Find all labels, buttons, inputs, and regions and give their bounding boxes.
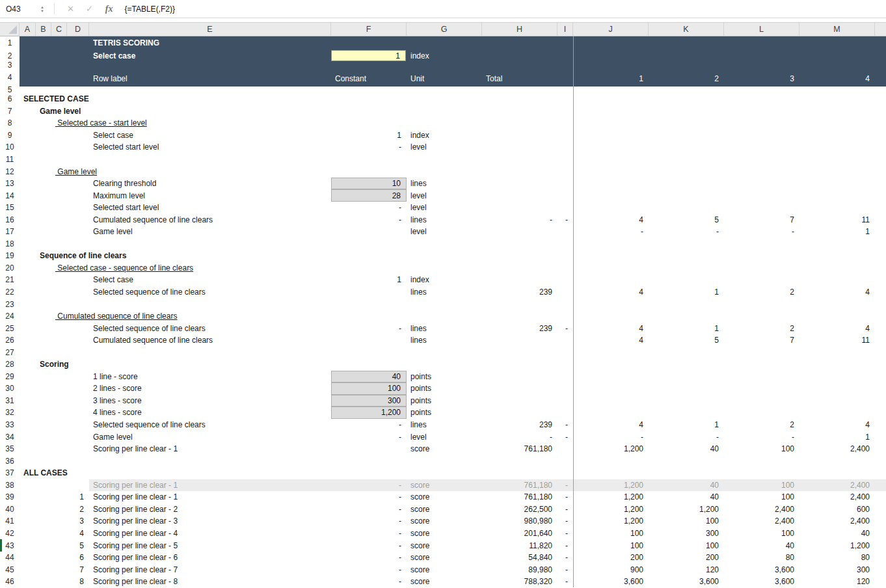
row-header-21[interactable]: 21 [0,274,20,286]
cell-B28[interactable]: Scoring [40,358,69,371]
select-all-corner[interactable] [0,23,20,36]
cell-G25[interactable]: lines [410,322,427,334]
col-header-D[interactable]: D [67,23,89,36]
col-header-F[interactable]: F [331,23,407,36]
cell-A37[interactable]: ALL CASES [23,467,68,479]
cell-L34[interactable]: - [724,431,794,443]
cell-J38[interactable]: 1,200 [573,479,643,492]
row-header-34[interactable]: 34 [0,431,20,443]
cell-E34[interactable]: Game level [93,431,133,443]
col-header-J[interactable]: J [573,23,649,36]
row-header-40[interactable]: 40 [0,503,20,516]
cell-J44[interactable]: 200 [573,552,643,564]
cell-G32[interactable]: points [410,407,431,419]
cell-K34[interactable]: - [649,431,719,443]
formula-input[interactable]: {=TABLE(,F2)} [124,5,174,14]
row-header-37[interactable]: 37 [0,467,20,479]
cell-G30[interactable]: points [410,382,431,395]
cell-G46[interactable]: score [410,576,429,588]
cell-I16[interactable]: - [557,213,568,226]
cell-L33[interactable]: 2 [724,419,794,431]
row-header-5[interactable]: 5 [0,87,20,93]
cell-E40[interactable]: Scoring per line clear - 2 [93,503,178,516]
cell-C8[interactable]: Selected case - start level [55,117,147,129]
cell-C12[interactable]: Game level [55,165,97,178]
row-header-24[interactable]: 24 [0,310,20,323]
name-box-stepper[interactable]: ▲ ▼ [37,5,47,13]
cell-G45[interactable]: score [410,563,429,576]
cell-F41[interactable]: - [331,515,401,528]
cell-F33[interactable]: - [331,419,401,431]
cell-L22[interactable]: 2 [724,286,794,299]
cell-F34[interactable]: - [331,431,401,443]
cell-G10[interactable]: level [410,141,427,154]
cell-H39[interactable]: 761,180 [482,491,552,503]
row-header-28[interactable]: 28 [0,358,20,371]
cell-B19[interactable]: Sequence of line clears [40,250,126,262]
cell-M39[interactable]: 2,400 [799,491,870,503]
cell-F2[interactable]: 1 [331,50,406,61]
cell-G14[interactable]: level [410,189,427,202]
cell-K17[interactable]: - [649,226,719,238]
cell-L41[interactable]: 2,400 [724,515,794,528]
row-header-35[interactable]: 35 [0,443,20,455]
cell-F42[interactable]: - [331,528,401,540]
cell-J22[interactable]: 4 [573,286,643,299]
cell-K46[interactable]: 3,600 [649,576,719,588]
cell-H44[interactable]: 54,840 [482,552,552,564]
row-header-18[interactable]: 18 [0,238,20,250]
cell-J39[interactable]: 1,200 [573,491,643,503]
cell-K41[interactable]: 100 [649,515,719,528]
row-header-32[interactable]: 32 [0,407,20,419]
row-header-42[interactable]: 42 [0,528,20,540]
cell-H4[interactable]: Total [486,68,502,87]
col-header-K[interactable]: K [649,23,724,36]
cell-L16[interactable]: 7 [724,213,794,226]
col-header-L[interactable]: L [724,23,799,36]
row-header-41[interactable]: 41 [0,515,20,528]
cell-L26[interactable]: 7 [724,334,794,347]
cell-G26[interactable]: lines [410,334,427,347]
cell-J41[interactable]: 1,200 [573,515,643,528]
cell-I43[interactable]: - [557,539,568,552]
cell-M42[interactable]: 40 [799,528,870,540]
cell-F39[interactable]: - [331,491,401,503]
cell-H42[interactable]: 201,640 [482,528,552,540]
insert-function-icon[interactable]: fx [105,4,113,14]
cell-F15[interactable]: - [331,202,401,214]
cell-G39[interactable]: score [410,491,429,503]
cell-E42[interactable]: Scoring per line clear - 4 [93,528,178,540]
cell-E2[interactable]: Select case [93,49,135,62]
row-header-11[interactable]: 11 [0,154,20,166]
cell-H25[interactable]: 239 [482,322,552,334]
row-header-30[interactable]: 30 [0,382,20,395]
cell-E26[interactable]: Cumulated sequence of line clears [93,334,213,347]
cell-M35[interactable]: 2,400 [799,443,870,455]
cell-G9[interactable]: index [410,129,429,142]
cell-I38[interactable]: - [557,479,568,492]
cell-M34[interactable]: 1 [799,431,870,443]
row-header-15[interactable]: 15 [0,202,20,214]
cell-H41[interactable]: 980,980 [482,515,552,528]
col-header-E[interactable]: E [89,23,331,36]
row-header-4[interactable]: 4 [0,68,20,87]
cell-C24[interactable]: Cumulated sequence of line clears [55,310,177,323]
col-header-C[interactable]: C [51,23,67,36]
cell-E44[interactable]: Scoring per line clear - 6 [93,552,178,564]
row-header-9[interactable]: 9 [0,129,20,142]
cell-E14[interactable]: Maximum level [93,189,145,202]
cell-G15[interactable]: level [410,202,427,214]
cell-E35[interactable]: Scoring per line clear - 1 [93,443,178,455]
cell-M46[interactable]: 120 [799,576,870,588]
cell-E25[interactable]: Selected sequence of line clears [93,322,206,334]
cell-M22[interactable]: 4 [799,286,870,299]
name-box[interactable]: O43 [0,5,37,14]
cell-E39[interactable]: Scoring per line clear - 1 [93,491,178,503]
cell-M40[interactable]: 600 [799,503,870,516]
cell-F16[interactable]: - [331,213,401,226]
cell-H34[interactable]: - [482,431,552,443]
cell-H38[interactable]: 761,180 [482,479,552,492]
cell-F14[interactable]: 28 [331,189,407,202]
cell-I34[interactable]: - [557,431,568,443]
cell-M16[interactable]: 11 [799,213,870,226]
